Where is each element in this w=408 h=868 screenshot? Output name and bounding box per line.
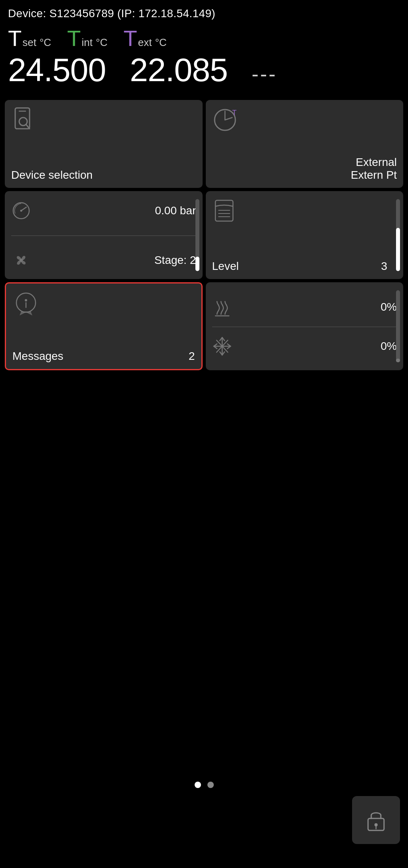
temperature-labels: T set °C T int °C T ext °C bbox=[0, 23, 408, 51]
gauge-icon bbox=[11, 201, 31, 221]
svg-point-15 bbox=[25, 299, 27, 301]
t-int-unit: °C bbox=[96, 36, 107, 49]
main-grid: Device selection T External Extern Pt bbox=[0, 97, 408, 373]
stage-row: Stage: 2 bbox=[11, 248, 196, 273]
message-icon bbox=[12, 291, 40, 318]
pressure-value: 0.00 bar bbox=[155, 204, 196, 217]
pressure-divider bbox=[11, 235, 196, 236]
heating-row: 0% bbox=[212, 289, 397, 325]
cooling-row: 0% bbox=[212, 329, 397, 364]
external-card[interactable]: T External Extern Pt bbox=[206, 100, 404, 188]
heating-cooling-card[interactable]: 0% 0% bbox=[206, 282, 404, 370]
heatcool-divider bbox=[212, 327, 397, 327]
t-set-value: 24.500 bbox=[8, 51, 106, 89]
messages-icon-area bbox=[12, 291, 195, 350]
device-selection-icon-area bbox=[11, 107, 196, 169]
messages-label: Messages bbox=[12, 350, 64, 363]
device-selection-card[interactable]: Device selection bbox=[5, 100, 203, 188]
level-icon bbox=[212, 198, 236, 224]
t-ext-unit: °C bbox=[155, 36, 167, 49]
pressure-stage-card[interactable]: 0.00 bar Stage: 2 bbox=[5, 191, 203, 279]
page-dot-1[interactable] bbox=[195, 782, 201, 788]
t-set-letter: T bbox=[8, 27, 22, 50]
external-icon-area: T bbox=[212, 107, 397, 156]
messages-card[interactable]: Messages 2 bbox=[5, 282, 203, 370]
pressure-row: 0.00 bar bbox=[11, 198, 196, 223]
level-icon-area bbox=[212, 198, 397, 260]
cool-value: 0% bbox=[381, 340, 397, 353]
t-ext-value: --- bbox=[252, 62, 277, 86]
pressure-bar-fill bbox=[195, 257, 199, 271]
t-int-subscript: int bbox=[82, 36, 92, 49]
t-int-letter: T bbox=[67, 27, 81, 50]
level-label: Level bbox=[212, 260, 239, 273]
page-dot-2[interactable] bbox=[207, 782, 214, 788]
level-bar-fill bbox=[396, 228, 400, 271]
t-set-unit: °C bbox=[40, 36, 51, 49]
t-set-subscript: set bbox=[22, 36, 36, 49]
page-indicators bbox=[195, 782, 214, 788]
device-info: Device: S123456789 (IP: 172.18.54.149) bbox=[0, 0, 408, 23]
level-value: 3 bbox=[381, 260, 387, 273]
svg-point-8 bbox=[20, 210, 22, 212]
lock-button[interactable] bbox=[352, 796, 400, 844]
level-card[interactable]: Level 3 bbox=[206, 191, 404, 279]
external-temp-icon: T bbox=[212, 107, 240, 135]
lock-icon bbox=[366, 808, 386, 832]
heat-value: 0% bbox=[381, 301, 397, 313]
fan-icon bbox=[11, 250, 31, 270]
messages-bottom: Messages 2 bbox=[12, 350, 195, 363]
external-label1: External bbox=[212, 156, 397, 169]
device-search-icon bbox=[11, 107, 35, 135]
heatcool-bar-bg bbox=[396, 290, 400, 362]
level-bottom: Level 3 bbox=[212, 260, 397, 273]
t-int-value: 22.085 bbox=[130, 51, 228, 89]
external-labels: External Extern Pt bbox=[212, 156, 397, 182]
temperature-values: 24.500 22.085 --- bbox=[0, 51, 408, 97]
device-selection-label: Device selection bbox=[11, 169, 196, 182]
heating-icon bbox=[212, 297, 232, 317]
t-ext-letter: T bbox=[123, 27, 137, 50]
t-ext-subscript: ext bbox=[138, 36, 152, 49]
pressure-bar-bg bbox=[195, 199, 199, 271]
messages-count: 2 bbox=[189, 350, 195, 363]
level-bar-bg bbox=[396, 199, 400, 271]
cooling-icon bbox=[212, 336, 232, 357]
heatcool-bar-fill bbox=[396, 359, 400, 362]
svg-text:T: T bbox=[232, 109, 237, 117]
stage-value: Stage: 2 bbox=[154, 254, 196, 267]
external-label2: Extern Pt bbox=[212, 169, 397, 182]
